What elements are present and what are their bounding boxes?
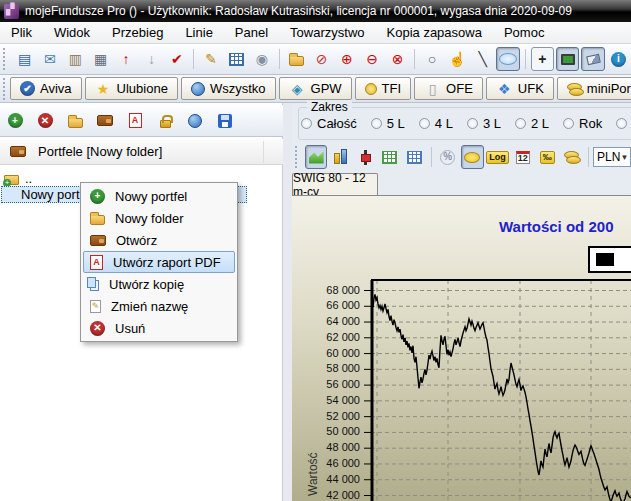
bar-chart-button[interactable]: [329, 145, 352, 169]
balloon-button[interactable]: [496, 47, 519, 71]
menu-item-usun[interactable]: ✕Usuń: [83, 317, 235, 339]
menu-plik[interactable]: Plik: [0, 23, 43, 42]
globe-icon: [191, 82, 205, 96]
info-button[interactable]: i: [607, 47, 630, 71]
crosshair-button[interactable]: +: [531, 47, 554, 71]
edit-line-button[interactable]: ✎: [199, 47, 222, 71]
menu-item-nowy-folder[interactable]: Nowy folder: [83, 207, 235, 229]
radio-3-l[interactable]: 3 L: [467, 116, 501, 131]
menu-kopia-zapasowa[interactable]: Kopia zapasowa: [376, 23, 493, 42]
menu-linie[interactable]: Linie: [174, 23, 223, 42]
tab-ulubione-label: Ulubione: [117, 81, 168, 96]
tab-ufk[interactable]: ❖UFK: [486, 77, 554, 100]
save-button[interactable]: [213, 109, 237, 133]
context-menu: +Nowy portfelNowy folderOtwórzAUtwórz ra…: [80, 182, 238, 342]
menu-item-nowy-folder-label: Nowy folder: [115, 211, 184, 226]
radio-pół-roku[interactable]: Pół roku: [616, 116, 631, 131]
menu-pomoc[interactable]: Pomoc: [493, 23, 555, 42]
panel-splitter[interactable]: [283, 103, 292, 501]
star-icon: ★: [95, 80, 112, 97]
y-tick-label: 68 000: [292, 284, 360, 296]
radio-2-l[interactable]: 2 L: [515, 116, 549, 131]
pdf-button[interactable]: A: [123, 109, 147, 133]
monitor-button[interactable]: [556, 47, 579, 71]
no-edit-button[interactable]: ⊘: [310, 47, 333, 71]
y-axis-title: Wartość: [306, 452, 320, 496]
zoom-out-button[interactable]: ⊖: [361, 47, 384, 71]
tree-header[interactable]: Portfele [Nowy folder]: [0, 139, 283, 165]
add-icon: +: [8, 113, 23, 128]
arrow-down-button[interactable]: ↓: [140, 47, 163, 71]
tabbar-gripper[interactable]: [3, 78, 5, 100]
grid-green-button[interactable]: [378, 145, 401, 169]
folder-button[interactable]: [63, 109, 87, 133]
globe-button[interactable]: [183, 109, 207, 133]
menu-item-utworz-kopie[interactable]: Utwórz kopię: [83, 273, 235, 295]
eraser-icon: [586, 53, 601, 65]
percent-button[interactable]: %: [436, 145, 459, 169]
log-button[interactable]: Log: [486, 145, 510, 169]
grid-blue-button[interactable]: [403, 145, 426, 169]
paste-button[interactable]: ▥: [64, 47, 87, 71]
folder-up-icon: [4, 175, 19, 185]
tab-ofe[interactable]: ▯OFE: [414, 77, 483, 100]
save-button[interactable]: ▤: [13, 47, 36, 71]
column-icon: ▯: [424, 80, 441, 97]
radio-rok[interactable]: Rok: [563, 116, 602, 131]
toolbar-separator: [588, 147, 589, 167]
line-tool-button[interactable]: ╲: [471, 47, 494, 71]
radio-circle: [301, 118, 312, 129]
delete-button[interactable]: ✕: [33, 109, 57, 133]
radio-4-l[interactable]: 4 L: [419, 116, 453, 131]
check-button[interactable]: ✔: [165, 47, 188, 71]
ellipse-button[interactable]: [461, 145, 484, 169]
folders-button[interactable]: [284, 47, 307, 71]
tab-gpw[interactable]: ◈GPW: [279, 77, 352, 100]
title-bar[interactable]: mojeFundusze Pro () - Użytkownik: Radosł…: [0, 0, 631, 22]
permille-button[interactable]: ‰: [536, 145, 559, 169]
menu-towarzystwo[interactable]: Towarzystwo: [279, 23, 375, 42]
y-tick-label: 46 000: [292, 457, 360, 469]
table-button[interactable]: [225, 47, 248, 71]
candlestick-button[interactable]: [354, 145, 377, 169]
menu-przebieg[interactable]: Przebieg: [101, 23, 174, 42]
menu-item-utworz-raport-pdf[interactable]: AUtwórz raport PDF: [83, 251, 235, 273]
radio-5-l[interactable]: 5 L: [371, 116, 405, 131]
menu-item-otworz[interactable]: Otwórz: [83, 229, 235, 251]
print-button[interactable]: ▦: [89, 47, 112, 71]
eraser-button[interactable]: [581, 47, 604, 71]
wallet-button[interactable]: [93, 109, 117, 133]
radio-całość[interactable]: Całość: [301, 116, 357, 131]
add-button[interactable]: +: [3, 109, 27, 133]
chart-toolbar-gripper[interactable]: [295, 146, 299, 168]
coins-button[interactable]: [561, 145, 584, 169]
radio-label: 2 L: [531, 116, 549, 131]
radio-circle: [616, 118, 627, 129]
import-mail-button[interactable]: ✉: [38, 47, 61, 71]
menu-item-nowy-portfel[interactable]: +Nowy portfel: [83, 185, 235, 207]
calendar-12-button[interactable]: 12: [512, 145, 535, 169]
zoom-reset-button[interactable]: ⊗: [386, 47, 409, 71]
menu-item-nowy-portfel-label: Nowy portfel: [115, 189, 187, 204]
copy-icon: [87, 277, 96, 288]
arrow-up-button[interactable]: ↑: [114, 47, 137, 71]
radio-label: 5 L: [387, 116, 405, 131]
menu-item-zmien-nazwe[interactable]: ✎Zmień nazwę: [83, 295, 235, 317]
magnifier-button[interactable]: ○: [420, 47, 443, 71]
chart-tab[interactable]: SWIG 80 - 12 m-cy: [292, 173, 378, 196]
tab-tfi[interactable]: TFI: [355, 77, 412, 100]
menu-panel[interactable]: Panel: [224, 23, 279, 42]
zoom-in-button[interactable]: ⊕: [335, 47, 358, 71]
tab-aviva[interactable]: ✔Aviva: [10, 77, 82, 100]
tab-wszystko[interactable]: Wszystko: [181, 77, 276, 100]
hand-button[interactable]: ☝: [446, 47, 469, 71]
tab-ulubione[interactable]: ★Ulubione: [85, 77, 178, 100]
area-chart-button[interactable]: [305, 145, 328, 169]
tab-miniportfele[interactable]: miniPortfele: [557, 77, 631, 100]
toolbar-gripper[interactable]: [3, 48, 7, 70]
currency-combobox[interactable]: PLN▼: [593, 147, 631, 167]
menu-widok[interactable]: Widok: [43, 23, 101, 42]
toolbar-separator: [525, 49, 526, 69]
stamp-button[interactable]: ◉: [250, 47, 273, 71]
lock-button[interactable]: [153, 109, 177, 133]
